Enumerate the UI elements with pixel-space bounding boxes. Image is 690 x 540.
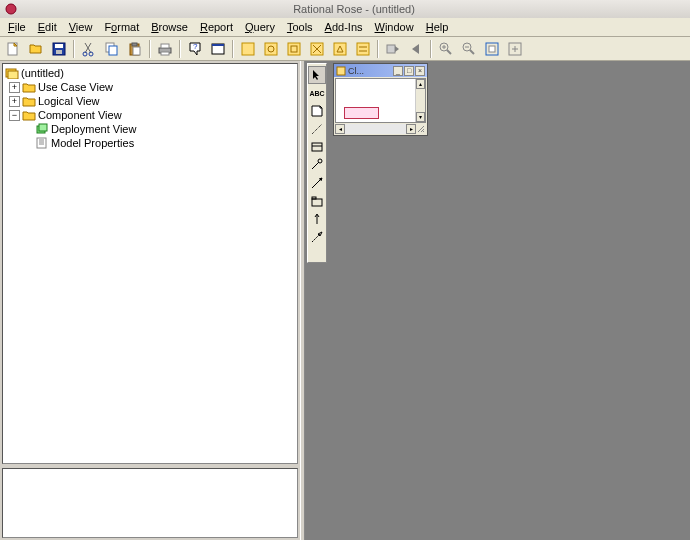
scroll-down-icon[interactable]: ▾ <box>416 112 425 122</box>
separator <box>73 40 75 58</box>
menu-help[interactable]: Help <box>420 19 455 35</box>
titlebar: Rational Rose - (untitled) <box>0 0 690 18</box>
separator <box>377 40 379 58</box>
workspace: (untitled) + Use Case View + Logical Vie… <box>0 61 690 540</box>
diagram3-button[interactable] <box>283 39 305 59</box>
menu-query[interactable]: Query <box>239 19 281 35</box>
diagram1-button[interactable] <box>237 39 259 59</box>
text-tool[interactable]: ABC <box>308 84 326 102</box>
svg-line-47 <box>312 124 322 134</box>
svg-line-30 <box>447 50 451 54</box>
tree-label: Deployment View <box>51 123 136 135</box>
resize-grip-icon[interactable] <box>416 124 426 134</box>
documentation-panel[interactable] <box>2 468 298 538</box>
realize-tool[interactable] <box>308 228 326 246</box>
vertical-scrollbar[interactable]: ▴ ▾ <box>415 79 425 122</box>
tree-label: Use Case View <box>38 81 113 93</box>
copy-button[interactable] <box>101 39 123 59</box>
menu-view[interactable]: View <box>63 19 99 35</box>
open-button[interactable] <box>25 39 47 59</box>
pointer-tool[interactable] <box>308 66 326 84</box>
class-tool[interactable] <box>308 138 326 156</box>
paste-button[interactable] <box>124 39 146 59</box>
separator <box>232 40 234 58</box>
svg-rect-21 <box>288 43 300 55</box>
diagram-titlebar[interactable]: Cl... _ □ × <box>334 64 427 77</box>
zoom-in-button[interactable] <box>435 39 457 59</box>
svg-rect-48 <box>312 143 322 151</box>
horizontal-scrollbar[interactable]: ◂ ▸ <box>335 124 426 134</box>
package-tool[interactable] <box>308 192 326 210</box>
menu-file[interactable]: File <box>2 19 32 35</box>
menu-report[interactable]: Report <box>194 19 239 35</box>
diagram-canvas[interactable]: ▴ ▾ <box>335 78 426 123</box>
print-button[interactable] <box>154 39 176 59</box>
tree-item[interactable]: Deployment View <box>5 122 295 136</box>
menu-tools[interactable]: Tools <box>281 19 319 35</box>
svg-point-0 <box>6 4 16 14</box>
dependency-tool[interactable] <box>308 210 326 228</box>
separator <box>430 40 432 58</box>
browser-tree[interactable]: (untitled) + Use Case View + Logical Vie… <box>2 63 298 464</box>
browse-button[interactable] <box>207 39 229 59</box>
diagram4-button[interactable] <box>306 39 328 59</box>
save-button[interactable] <box>48 39 70 59</box>
association-tool[interactable] <box>308 174 326 192</box>
separator <box>179 40 181 58</box>
expand-icon[interactable]: + <box>9 82 20 93</box>
menu-addins[interactable]: Add-Ins <box>319 19 369 35</box>
tree-item[interactable]: − Component View <box>5 108 295 122</box>
svg-rect-54 <box>312 199 322 206</box>
svg-point-51 <box>318 159 322 163</box>
svg-rect-3 <box>55 44 63 48</box>
properties-icon <box>35 137 49 149</box>
diagram2-button[interactable] <box>260 39 282 59</box>
new-button[interactable] <box>2 39 24 59</box>
fit-button[interactable] <box>481 39 503 59</box>
menu-edit[interactable]: Edit <box>32 19 63 35</box>
help-button[interactable]: ? <box>184 39 206 59</box>
close-button[interactable]: × <box>415 66 425 76</box>
expand-icon[interactable]: + <box>9 96 20 107</box>
svg-rect-19 <box>265 43 277 55</box>
svg-text:?: ? <box>193 42 198 51</box>
minimize-button[interactable]: _ <box>393 66 403 76</box>
scroll-right-icon[interactable]: ▸ <box>406 124 416 134</box>
scroll-track[interactable] <box>345 124 406 134</box>
tree-label: (untitled) <box>21 67 64 79</box>
diagram-element[interactable] <box>344 107 379 119</box>
diagram6-button[interactable] <box>352 39 374 59</box>
zoom-out-button[interactable] <box>458 39 480 59</box>
diagram-window[interactable]: Cl... _ □ × ▴ ▾ ◂ ▸ <box>333 63 428 136</box>
nav-back-button[interactable] <box>382 39 404 59</box>
undo-fit-button[interactable] <box>504 39 526 59</box>
svg-rect-25 <box>357 43 369 55</box>
note-tool[interactable] <box>308 102 326 120</box>
scroll-left-icon[interactable]: ◂ <box>335 124 345 134</box>
tree-root[interactable]: (untitled) <box>5 66 295 80</box>
deployment-icon <box>35 123 49 135</box>
tree-item[interactable]: Model Properties <box>5 136 295 150</box>
svg-rect-24 <box>334 43 346 55</box>
svg-line-52 <box>312 178 322 188</box>
menu-window[interactable]: Window <box>369 19 420 35</box>
diagram5-button[interactable] <box>329 39 351 59</box>
cut-button[interactable] <box>78 39 100 59</box>
separator <box>149 40 151 58</box>
tree-item[interactable]: + Logical View <box>5 94 295 108</box>
collapse-icon[interactable]: − <box>9 110 20 121</box>
svg-rect-4 <box>56 50 62 54</box>
tree-label: Component View <box>38 109 122 121</box>
tree-item[interactable]: + Use Case View <box>5 80 295 94</box>
menu-browse[interactable]: Browse <box>145 19 194 35</box>
interface-tool[interactable] <box>308 156 326 174</box>
svg-line-34 <box>470 50 474 54</box>
svg-rect-40 <box>8 71 18 79</box>
anchor-tool[interactable] <box>308 120 326 138</box>
right-column: ABC Cl... _ □ × <box>305 61 690 540</box>
scroll-up-icon[interactable]: ▴ <box>416 79 425 89</box>
scroll-track[interactable] <box>416 89 425 112</box>
nav-prev-button[interactable] <box>405 39 427 59</box>
menu-format[interactable]: Format <box>98 19 145 35</box>
maximize-button[interactable]: □ <box>404 66 414 76</box>
